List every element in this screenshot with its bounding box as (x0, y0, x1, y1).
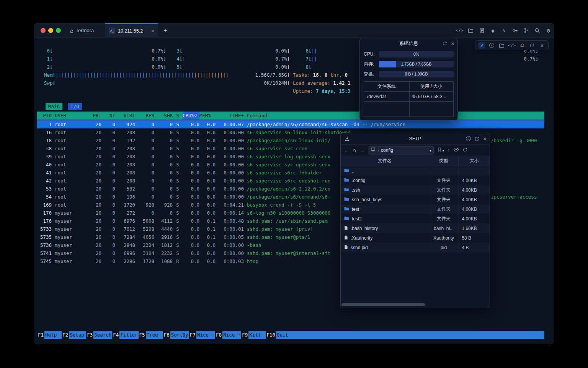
minimize-window-button[interactable] (48, 28, 53, 33)
fkey-label[interactable]: Search (93, 331, 112, 339)
col-header-pid[interactable]: PID (37, 112, 52, 120)
file-row[interactable]: test2文件夹4.00KB (341, 214, 490, 223)
cell-cpu: 0.0 (183, 225, 199, 233)
col-header-virt[interactable]: VIRT (115, 112, 135, 120)
fkey-f3[interactable]: F3 (86, 331, 93, 339)
cell-res: 5008 (135, 217, 154, 225)
col-header-time[interactable]: TIME+ (216, 112, 244, 120)
home-icon[interactable]: ⌂ (353, 147, 356, 153)
scrollbar-thumb[interactable] (341, 303, 425, 306)
code-icon[interactable]: </> (508, 42, 515, 49)
folder-icon[interactable] (467, 27, 474, 34)
col-header-ni[interactable]: NI (101, 112, 115, 120)
clear-icon[interactable] (518, 42, 525, 49)
close-icon[interactable]: × (451, 41, 454, 46)
file-row[interactable]: test文件夹4.00KB (341, 204, 490, 214)
parent-directory-icon[interactable]: ↑ (448, 147, 450, 153)
popout-icon[interactable] (475, 136, 479, 141)
cell-time: 0:00.01 (216, 225, 244, 233)
fkey-f6[interactable]: F6 (163, 331, 170, 339)
fkey-f7[interactable]: F7 (189, 331, 196, 339)
settings-icon[interactable]: ⚙ (545, 27, 552, 34)
table-divider (409, 82, 410, 117)
info-icon[interactable]: i (488, 42, 495, 49)
branch-icon[interactable] (523, 27, 529, 34)
col-header-mem[interactable]: MEM% (199, 112, 216, 120)
horizontal-scrollbar[interactable] (341, 303, 490, 306)
htop-tab-io[interactable]: I/O (68, 103, 82, 110)
col-header-user[interactable]: USER (55, 112, 83, 120)
fkey-f8[interactable]: F8 (215, 331, 222, 339)
key-icon[interactable] (512, 27, 518, 34)
back-icon[interactable]: ← (344, 147, 349, 153)
tab-home[interactable]: ⌂ Termora (66, 23, 98, 38)
edit-icon[interactable]: ✎ (501, 27, 507, 34)
new-tab-button[interactable]: + (161, 26, 170, 35)
process-table-header[interactable]: PIDUSERPRINIVIRTRESSHRSCPU%▽MEM%TIME+Com… (37, 112, 544, 120)
terminal-icon: >_ (109, 28, 115, 34)
fkey-label[interactable]: Filter (119, 331, 138, 339)
refresh-icon[interactable] (462, 147, 467, 153)
fkey-f5[interactable]: F5 (139, 331, 146, 339)
transfers-icon[interactable] (345, 133, 350, 144)
fkey-f2[interactable]: F2 (62, 331, 69, 339)
col-size: 大小 (459, 156, 490, 166)
cell-virt: 2948 (115, 241, 135, 249)
close-icon[interactable]: × (539, 42, 546, 49)
popout-icon[interactable] (443, 41, 447, 46)
log-icon[interactable] (479, 27, 485, 34)
col-header-pri[interactable]: PRI (83, 112, 101, 120)
file-row[interactable]: sshd.pidpid4 B (341, 243, 490, 252)
bookmarks-button[interactable]: ▾ (437, 147, 444, 153)
file-row[interactable]: .bash_historybash_hi...1.60KB (341, 223, 490, 233)
close-window-button[interactable] (41, 28, 46, 33)
file-row[interactable]: ssh_host_keys文件夹4.00KB (341, 195, 490, 204)
file-row[interactable]: .ssh文件夹4.00KB (341, 185, 490, 195)
path-breadcrumb[interactable]: › config ▾ (368, 146, 434, 154)
chevron-down-icon[interactable]: ▾ (430, 148, 431, 153)
show-hidden-icon[interactable] (453, 147, 459, 154)
refresh-icon[interactable] (529, 42, 536, 49)
close-tab-icon[interactable]: × (151, 28, 154, 34)
pin-icon[interactable] (478, 42, 485, 49)
fkey-label[interactable]: Tree (146, 331, 163, 339)
fkey-label[interactable]: Setup (69, 331, 86, 339)
fkey-label[interactable]: Help (44, 331, 62, 339)
col-header-res[interactable]: RES (135, 112, 154, 120)
cell-mem: 0.0 (199, 145, 216, 153)
col-header-cpu[interactable]: CPU%▽ (183, 112, 199, 120)
fkey-f9[interactable]: F9 (241, 331, 248, 339)
fkey-label[interactable]: SortBy (170, 331, 189, 339)
process-row[interactable]: 1root20042400S0.00.00:00.07/package/admi… (37, 120, 544, 128)
file-table-header[interactable]: 文件名 类型 大小 (341, 156, 490, 166)
maximize-window-button[interactable] (56, 28, 61, 33)
fkey-label[interactable]: Kill (248, 331, 266, 339)
fkey-f4[interactable]: F4 (112, 331, 119, 339)
file-row[interactable]: .. (341, 166, 490, 176)
fkey-label[interactable]: Quit (276, 331, 293, 339)
search-icon[interactable] (534, 27, 541, 34)
help-icon[interactable]: ? (466, 136, 471, 141)
col-header-shr[interactable]: SHR (154, 112, 173, 120)
record-icon[interactable]: ◉ (490, 27, 496, 34)
folder-icon[interactable] (498, 42, 505, 49)
fkey-f10[interactable]: F10 (266, 331, 276, 339)
cell-virt: 208 (115, 153, 135, 161)
filesystem-row[interactable]: /dev/vda1 45.61GB / 58.3... (364, 92, 453, 102)
app-window: ⌂ Termora >_ 10.211.55.2 × + </>◉✎⚙ Main… (34, 23, 554, 344)
tab-ssh-session[interactable]: >_ 10.211.55.2 × (105, 23, 158, 38)
fkey-label[interactable]: Nice + (222, 331, 241, 339)
fkey-f1[interactable]: F1 (37, 331, 44, 339)
cell-res: 0 (135, 209, 154, 217)
file-row[interactable]: .XauthorityXauthority58 B (341, 233, 490, 243)
close-icon[interactable]: × (483, 136, 487, 141)
code-icon[interactable]: </> (456, 27, 463, 34)
fkey-label[interactable]: Nice - (196, 331, 215, 339)
file-type: 文件夹 (429, 176, 459, 185)
htop-tab-main[interactable]: Main (46, 103, 62, 110)
folder-icon (344, 187, 350, 193)
cell-pri: 20 (83, 185, 101, 193)
file-row[interactable]: .config文件夹4.00KB (341, 176, 490, 185)
forward-icon[interactable]: → (359, 147, 364, 153)
col-header-s[interactable]: S (173, 112, 183, 120)
